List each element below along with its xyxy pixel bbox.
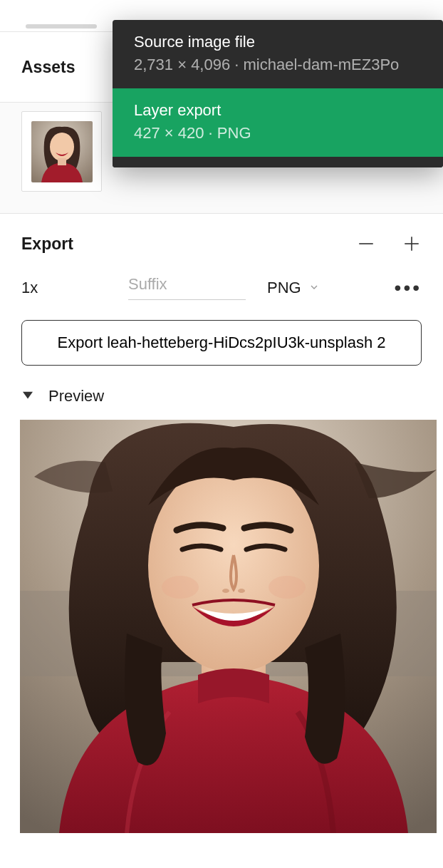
dropdown-option-subtitle: 427 × 420 · PNG xyxy=(134,124,422,143)
export-section: Export 1x PN xyxy=(0,214,443,833)
export-suffix-input[interactable] xyxy=(128,275,246,294)
export-format-label: PNG xyxy=(267,279,301,297)
asset-thumbnail[interactable] xyxy=(21,111,102,192)
dropdown-footer xyxy=(113,157,443,167)
export-header: Export xyxy=(21,234,422,254)
remove-export-button[interactable] xyxy=(356,234,376,254)
plus-icon xyxy=(402,234,421,253)
export-scale[interactable]: 1x xyxy=(21,279,128,297)
chevron-down-icon xyxy=(308,279,320,297)
export-settings-row: 1x PNG ••• xyxy=(21,275,422,300)
dropdown-option-source-image[interactable]: Source image file 2,731 × 4,096 · michae… xyxy=(113,20,443,88)
export-preview-image xyxy=(20,420,437,833)
svg-point-1 xyxy=(50,133,74,161)
svg-point-11 xyxy=(238,589,245,593)
assets-title: Assets xyxy=(21,58,75,77)
dropdown-option-title: Layer export xyxy=(134,101,422,120)
preview-label: Preview xyxy=(48,387,104,405)
export-suffix-field xyxy=(128,275,246,300)
export-more-button[interactable]: ••• xyxy=(395,283,422,293)
triangle-down-icon xyxy=(23,390,33,403)
preview-toggle[interactable]: Preview xyxy=(21,387,422,405)
dropdown-option-layer-export[interactable]: Layer export 427 × 420 · PNG xyxy=(113,88,443,157)
export-button[interactable]: Export leah-hetteberg-HiDcs2pIU3k-unspla… xyxy=(21,320,422,366)
export-format-select[interactable]: PNG xyxy=(267,279,320,297)
svg-point-13 xyxy=(269,576,306,599)
svg-point-10 xyxy=(222,589,229,593)
add-export-button[interactable] xyxy=(402,234,422,254)
svg-rect-2 xyxy=(58,158,66,165)
image-export-dropdown: Source image file 2,731 × 4,096 · michae… xyxy=(113,20,443,167)
dropdown-option-subtitle: 2,731 × 4,096 · michael-dam-mEZ3Po xyxy=(134,56,422,74)
svg-point-12 xyxy=(162,576,199,599)
export-title: Export xyxy=(21,234,73,254)
svg-point-9 xyxy=(148,459,319,673)
horizontal-scrollbar[interactable] xyxy=(26,24,97,29)
dropdown-option-title: Source image file xyxy=(134,33,422,51)
minus-icon xyxy=(357,234,375,253)
asset-thumbnail-image xyxy=(31,121,93,182)
